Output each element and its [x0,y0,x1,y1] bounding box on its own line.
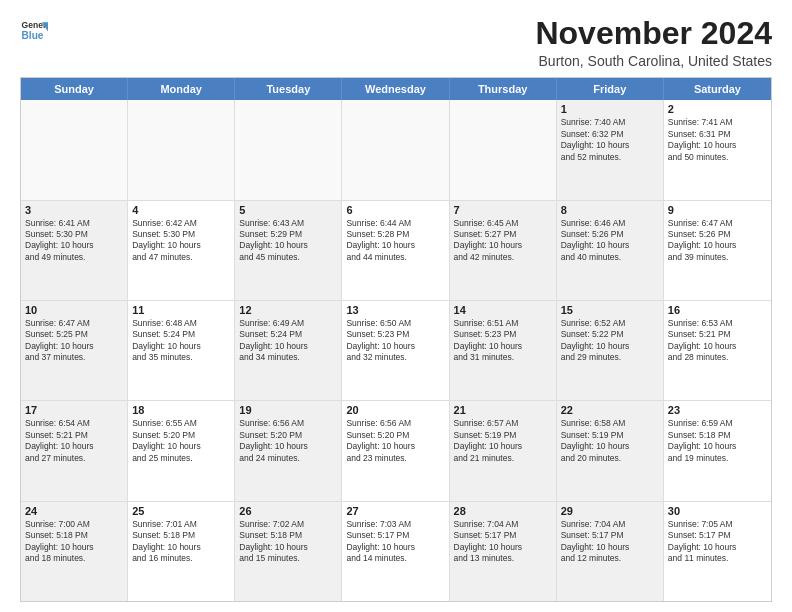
calendar-cell: 9Sunrise: 6:47 AM Sunset: 5:26 PM Daylig… [664,201,771,300]
day-info: Sunrise: 6:50 AM Sunset: 5:23 PM Dayligh… [346,318,444,364]
logo: General Blue [20,16,48,44]
day-number: 22 [561,404,659,416]
header-day-tuesday: Tuesday [235,78,342,100]
day-number: 19 [239,404,337,416]
calendar-cell: 3Sunrise: 6:41 AM Sunset: 5:30 PM Daylig… [21,201,128,300]
day-number: 30 [668,505,767,517]
logo-icon: General Blue [20,16,48,44]
calendar-cell: 23Sunrise: 6:59 AM Sunset: 5:18 PM Dayli… [664,401,771,500]
day-number: 5 [239,204,337,216]
day-number: 28 [454,505,552,517]
calendar-cell [21,100,128,199]
day-info: Sunrise: 6:47 AM Sunset: 5:25 PM Dayligh… [25,318,123,364]
calendar-cell: 27Sunrise: 7:03 AM Sunset: 5:17 PM Dayli… [342,502,449,601]
calendar-cell: 2Sunrise: 7:41 AM Sunset: 6:31 PM Daylig… [664,100,771,199]
calendar-cell: 30Sunrise: 7:05 AM Sunset: 5:17 PM Dayli… [664,502,771,601]
day-info: Sunrise: 6:44 AM Sunset: 5:28 PM Dayligh… [346,218,444,264]
calendar-header: SundayMondayTuesdayWednesdayThursdayFrid… [21,78,771,100]
calendar-cell: 5Sunrise: 6:43 AM Sunset: 5:29 PM Daylig… [235,201,342,300]
calendar-cell: 18Sunrise: 6:55 AM Sunset: 5:20 PM Dayli… [128,401,235,500]
calendar-cell: 22Sunrise: 6:58 AM Sunset: 5:19 PM Dayli… [557,401,664,500]
day-info: Sunrise: 7:03 AM Sunset: 5:17 PM Dayligh… [346,519,444,565]
day-info: Sunrise: 6:52 AM Sunset: 5:22 PM Dayligh… [561,318,659,364]
title-block: November 2024 Burton, South Carolina, Un… [535,16,772,69]
day-info: Sunrise: 6:56 AM Sunset: 5:20 PM Dayligh… [239,418,337,464]
main-title: November 2024 [535,16,772,51]
day-info: Sunrise: 7:01 AM Sunset: 5:18 PM Dayligh… [132,519,230,565]
calendar-cell: 10Sunrise: 6:47 AM Sunset: 5:25 PM Dayli… [21,301,128,400]
header-day-friday: Friday [557,78,664,100]
day-number: 24 [25,505,123,517]
day-number: 27 [346,505,444,517]
day-number: 21 [454,404,552,416]
day-info: Sunrise: 6:57 AM Sunset: 5:19 PM Dayligh… [454,418,552,464]
header: General Blue November 2024 Burton, South… [20,16,772,69]
calendar-week-4: 17Sunrise: 6:54 AM Sunset: 5:21 PM Dayli… [21,400,771,500]
day-number: 25 [132,505,230,517]
day-info: Sunrise: 6:42 AM Sunset: 5:30 PM Dayligh… [132,218,230,264]
day-number: 4 [132,204,230,216]
day-number: 2 [668,103,767,115]
calendar-body: 1Sunrise: 7:40 AM Sunset: 6:32 PM Daylig… [21,100,771,601]
calendar-cell: 16Sunrise: 6:53 AM Sunset: 5:21 PM Dayli… [664,301,771,400]
header-day-saturday: Saturday [664,78,771,100]
header-day-monday: Monday [128,78,235,100]
calendar-week-5: 24Sunrise: 7:00 AM Sunset: 5:18 PM Dayli… [21,501,771,601]
calendar-cell: 26Sunrise: 7:02 AM Sunset: 5:18 PM Dayli… [235,502,342,601]
day-info: Sunrise: 6:56 AM Sunset: 5:20 PM Dayligh… [346,418,444,464]
day-info: Sunrise: 7:41 AM Sunset: 6:31 PM Dayligh… [668,117,767,163]
day-info: Sunrise: 7:00 AM Sunset: 5:18 PM Dayligh… [25,519,123,565]
calendar-cell: 1Sunrise: 7:40 AM Sunset: 6:32 PM Daylig… [557,100,664,199]
day-number: 13 [346,304,444,316]
day-number: 3 [25,204,123,216]
day-number: 23 [668,404,767,416]
day-info: Sunrise: 6:54 AM Sunset: 5:21 PM Dayligh… [25,418,123,464]
day-info: Sunrise: 6:59 AM Sunset: 5:18 PM Dayligh… [668,418,767,464]
day-number: 10 [25,304,123,316]
calendar-cell: 20Sunrise: 6:56 AM Sunset: 5:20 PM Dayli… [342,401,449,500]
calendar-week-3: 10Sunrise: 6:47 AM Sunset: 5:25 PM Dayli… [21,300,771,400]
day-info: Sunrise: 6:58 AM Sunset: 5:19 PM Dayligh… [561,418,659,464]
calendar-cell: 12Sunrise: 6:49 AM Sunset: 5:24 PM Dayli… [235,301,342,400]
day-number: 14 [454,304,552,316]
day-info: Sunrise: 6:51 AM Sunset: 5:23 PM Dayligh… [454,318,552,364]
day-number: 1 [561,103,659,115]
calendar-cell: 6Sunrise: 6:44 AM Sunset: 5:28 PM Daylig… [342,201,449,300]
calendar-cell: 14Sunrise: 6:51 AM Sunset: 5:23 PM Dayli… [450,301,557,400]
day-info: Sunrise: 7:04 AM Sunset: 5:17 PM Dayligh… [561,519,659,565]
day-number: 15 [561,304,659,316]
day-info: Sunrise: 6:55 AM Sunset: 5:20 PM Dayligh… [132,418,230,464]
calendar-cell: 24Sunrise: 7:00 AM Sunset: 5:18 PM Dayli… [21,502,128,601]
day-number: 9 [668,204,767,216]
day-info: Sunrise: 6:47 AM Sunset: 5:26 PM Dayligh… [668,218,767,264]
calendar-cell: 7Sunrise: 6:45 AM Sunset: 5:27 PM Daylig… [450,201,557,300]
calendar-cell: 8Sunrise: 6:46 AM Sunset: 5:26 PM Daylig… [557,201,664,300]
day-number: 8 [561,204,659,216]
day-number: 6 [346,204,444,216]
calendar-cell: 21Sunrise: 6:57 AM Sunset: 5:19 PM Dayli… [450,401,557,500]
calendar-week-2: 3Sunrise: 6:41 AM Sunset: 5:30 PM Daylig… [21,200,771,300]
calendar-cell: 11Sunrise: 6:48 AM Sunset: 5:24 PM Dayli… [128,301,235,400]
day-number: 17 [25,404,123,416]
day-number: 11 [132,304,230,316]
calendar-cell: 28Sunrise: 7:04 AM Sunset: 5:17 PM Dayli… [450,502,557,601]
day-info: Sunrise: 6:41 AM Sunset: 5:30 PM Dayligh… [25,218,123,264]
day-number: 26 [239,505,337,517]
calendar: SundayMondayTuesdayWednesdayThursdayFrid… [20,77,772,602]
day-info: Sunrise: 7:05 AM Sunset: 5:17 PM Dayligh… [668,519,767,565]
day-info: Sunrise: 6:43 AM Sunset: 5:29 PM Dayligh… [239,218,337,264]
day-number: 7 [454,204,552,216]
calendar-cell: 13Sunrise: 6:50 AM Sunset: 5:23 PM Dayli… [342,301,449,400]
day-info: Sunrise: 6:46 AM Sunset: 5:26 PM Dayligh… [561,218,659,264]
day-info: Sunrise: 7:02 AM Sunset: 5:18 PM Dayligh… [239,519,337,565]
day-number: 16 [668,304,767,316]
calendar-cell [235,100,342,199]
calendar-cell: 4Sunrise: 6:42 AM Sunset: 5:30 PM Daylig… [128,201,235,300]
calendar-cell [342,100,449,199]
day-info: Sunrise: 7:04 AM Sunset: 5:17 PM Dayligh… [454,519,552,565]
calendar-cell [128,100,235,199]
page: General Blue November 2024 Burton, South… [0,0,792,612]
header-day-wednesday: Wednesday [342,78,449,100]
calendar-cell: 17Sunrise: 6:54 AM Sunset: 5:21 PM Dayli… [21,401,128,500]
subtitle: Burton, South Carolina, United States [535,53,772,69]
